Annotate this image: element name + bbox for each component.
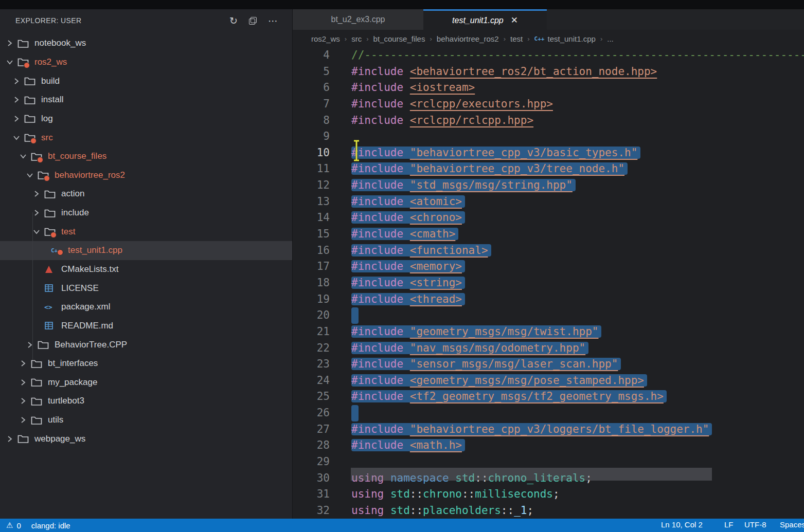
tree-item-behaviortree_ros2[interactable]: behaviortree_ros2 bbox=[0, 166, 292, 185]
tree-item-icon-slot bbox=[44, 321, 58, 330]
selection-highlight: #include <functional> bbox=[351, 244, 491, 256]
tree-item-test_unit1.cpp[interactable]: C++test_unit1.cpp bbox=[0, 241, 292, 260]
line-text: #include "behaviortree_cpp_v3/loggers/bt… bbox=[351, 421, 712, 438]
breadcrumb-item-behaviortree_ros2[interactable]: behaviortree_ros2 bbox=[437, 34, 499, 43]
code-line-18[interactable]: 18#include <string> bbox=[293, 275, 804, 291]
selection-highlight: #include "behaviortree_cpp_v3/loggers/bt… bbox=[351, 423, 712, 435]
indentation-indicator[interactable]: Spaces bbox=[780, 520, 804, 529]
tree-item-label: test_unit1.cpp bbox=[68, 245, 122, 255]
breadcrumb-item-test_unit1.cpp[interactable]: C++test_unit1.cpp bbox=[534, 34, 596, 43]
tab-test_unit1.cpp[interactable]: test_unit1.cpp✕ bbox=[423, 9, 547, 30]
tree-item-install[interactable]: install bbox=[0, 90, 292, 109]
tree-item-bt_course_files[interactable]: bt_course_files bbox=[0, 147, 292, 166]
tree-item-BehaviorTree.CPP[interactable]: BehaviorTree.CPP bbox=[0, 335, 292, 354]
tree-item-label: LICENSE bbox=[61, 283, 99, 293]
cursor-position[interactable]: Ln 10, Col 2 bbox=[661, 520, 703, 529]
readme-file-icon bbox=[44, 321, 53, 330]
code-line-12[interactable]: 12#include "std_msgs/msg/string.hpp" bbox=[293, 177, 804, 194]
tree-item-label: include bbox=[61, 208, 89, 218]
line-text: #include "nav_msgs/msg/odometry.hpp" bbox=[351, 340, 588, 357]
code-line-20[interactable]: 20 bbox=[293, 307, 804, 324]
tree-item-LICENSE[interactable]: LICENSE bbox=[0, 279, 292, 298]
tree-item-package.xml[interactable]: <>package.xml bbox=[0, 298, 292, 317]
code-line-16[interactable]: 16#include <functional> bbox=[293, 243, 804, 259]
selection-highlight: #include <geometry_msgs/msg/pose_stamped… bbox=[351, 374, 647, 387]
code-line-6[interactable]: 6#include <iostream> bbox=[293, 80, 804, 96]
line-number: 14 bbox=[293, 210, 330, 226]
code-line-8[interactable]: 8#include <rclcpp/rclcpp.hpp> bbox=[293, 113, 804, 129]
close-icon[interactable]: ✕ bbox=[511, 15, 518, 26]
tree-item-label: my_package bbox=[48, 377, 97, 388]
tree-item-notebook_ws[interactable]: notebook_ws bbox=[0, 34, 292, 53]
tree-item-ros2_ws[interactable]: ros2_ws bbox=[0, 53, 292, 72]
code-line-22[interactable]: 22#include "nav_msgs/msg/odometry.hpp" bbox=[293, 340, 804, 357]
tree-item-bt_interfaces[interactable]: bt_interfaces bbox=[0, 354, 292, 373]
code-line-9[interactable]: 9 bbox=[293, 129, 804, 145]
tree-item-icon-slot bbox=[24, 76, 38, 86]
code-line-28[interactable]: 28#include <math.h> bbox=[293, 437, 804, 454]
breadcrumb-item-bt_course_files[interactable]: bt_course_files bbox=[373, 34, 425, 43]
code-line-31[interactable]: 31using std::chrono::milliseconds; bbox=[293, 486, 804, 503]
code-line-23[interactable]: 23#include "sensor_msgs/msg/laser_scan.h… bbox=[293, 356, 804, 373]
tree-item-action[interactable]: action bbox=[0, 185, 292, 204]
window-title-strip bbox=[0, 0, 804, 9]
code-line-21[interactable]: 21#include "geometry_msgs/msg/twist.hpp" bbox=[293, 324, 804, 340]
code-line-19[interactable]: 19#include <thread> bbox=[293, 291, 804, 308]
breadcrumb-item-ros2_ws[interactable]: ros2_ws bbox=[311, 34, 340, 43]
line-number: 4 bbox=[293, 47, 330, 64]
tree-item-log[interactable]: log bbox=[0, 109, 292, 129]
code-line-15[interactable]: 15#include <cmath> bbox=[293, 226, 804, 243]
code-line-13[interactable]: 13#include <atomic> bbox=[293, 194, 804, 210]
tree-item-label: install bbox=[41, 95, 63, 105]
selection-highlight: #include <chrono> bbox=[351, 211, 465, 224]
breadcrumb-symbol-placeholder[interactable]: ... bbox=[607, 34, 614, 43]
code-line-14[interactable]: 14#include <chrono> bbox=[293, 210, 804, 226]
line-text: using std::placeholders::_1; bbox=[351, 503, 533, 519]
line-number: 17 bbox=[293, 259, 330, 275]
tree-item-build[interactable]: build bbox=[0, 71, 292, 90]
line-text: #include <chrono> bbox=[351, 210, 465, 226]
eol-indicator[interactable]: LF bbox=[724, 520, 734, 529]
code-line-7[interactable]: 7#include <rclcpp/executors.hpp> bbox=[293, 96, 804, 113]
line-number: 10 bbox=[293, 145, 330, 161]
tree-item-my_package[interactable]: my_package bbox=[0, 373, 292, 392]
folder-icon bbox=[31, 415, 42, 425]
code-line-5[interactable]: 5#include <behaviortree_ros2/bt_action_n… bbox=[293, 64, 804, 80]
tree-item-CMakeLists.txt[interactable]: CMakeLists.txt bbox=[0, 260, 292, 279]
selection-highlight: #include <thread> bbox=[351, 293, 465, 305]
breadcrumb-separator-icon: › bbox=[600, 35, 602, 43]
more-actions-icon[interactable]: ⋯ bbox=[268, 16, 278, 26]
tree-item-src[interactable]: src bbox=[0, 128, 292, 147]
folder-icon bbox=[24, 114, 35, 123]
refresh-explorer-icon[interactable]: ↻ bbox=[229, 16, 238, 26]
code-line-25[interactable]: 25#include <tf2_geometry_msgs/tf2_geomet… bbox=[293, 389, 804, 405]
code-line-10[interactable]: 10#include "behaviortree_cpp_v3/basic_ty… bbox=[293, 145, 804, 161]
collapse-folders-icon[interactable] bbox=[249, 17, 257, 25]
tab-bt_u2_ex3.cpp[interactable]: bt_u2_ex3.cpp bbox=[293, 9, 423, 30]
tree-item-README.md[interactable]: README.md bbox=[0, 317, 292, 336]
chevron-right-icon bbox=[6, 435, 17, 443]
tree-item-utils[interactable]: utils bbox=[0, 411, 292, 430]
code-line-24[interactable]: 24#include <geometry_msgs/msg/pose_stamp… bbox=[293, 373, 804, 389]
code-line-4[interactable]: 4//-------------------------------------… bbox=[293, 47, 804, 64]
line-number: 18 bbox=[293, 275, 330, 291]
tree-item-include[interactable]: include bbox=[0, 204, 292, 223]
tree-item-test[interactable]: test bbox=[0, 222, 292, 241]
code-line-32[interactable]: 32using std::placeholders::_1; bbox=[293, 503, 804, 519]
git-modified-badge bbox=[44, 175, 50, 181]
tree-item-webpage_ws[interactable]: webpage_ws bbox=[0, 429, 292, 448]
breadcrumb-item-test[interactable]: test bbox=[510, 34, 523, 43]
code-line-27[interactable]: 27#include "behaviortree_cpp_v3/loggers/… bbox=[293, 421, 804, 438]
encoding-indicator[interactable]: UTF-8 bbox=[744, 520, 766, 529]
tree-item-turtlebot3[interactable]: turtlebot3 bbox=[0, 392, 292, 411]
problems-status[interactable]: ⚠ 0 bbox=[6, 521, 21, 530]
clangd-status[interactable]: clangd: idle bbox=[31, 521, 70, 530]
horizontal-scrollbar[interactable] bbox=[351, 468, 712, 481]
line-number: 20 bbox=[293, 307, 330, 324]
line-number: 7 bbox=[293, 96, 330, 113]
code-line-17[interactable]: 17#include <memory> bbox=[293, 259, 804, 275]
code-line-11[interactable]: 11#include "behaviortree_cpp_v3/tree_nod… bbox=[293, 161, 804, 177]
breadcrumb-item-src[interactable]: src bbox=[351, 34, 362, 43]
code-line-26[interactable]: 26 bbox=[293, 405, 804, 421]
code-editor[interactable]: 4//-------------------------------------… bbox=[293, 47, 804, 519]
